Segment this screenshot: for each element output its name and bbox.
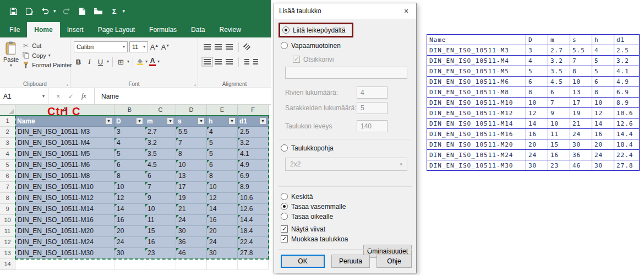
filter-button[interactable]: ▾: [259, 117, 266, 125]
sheet-cell[interactable]: 20: [207, 226, 238, 237]
radio-center[interactable]: Keskitä: [281, 192, 416, 201]
orientation-icon[interactable]: [243, 43, 250, 50]
sheet-cell[interactable]: 3.5: [145, 149, 176, 160]
sheet-cell[interactable]: 12.6: [238, 204, 269, 215]
tab-insert[interactable]: Insert: [60, 22, 91, 37]
sheet-cell[interactable]: 10: [176, 160, 207, 171]
sheet-header-cell[interactable]: D▾: [114, 116, 145, 127]
sheet-cell[interactable]: 14: [207, 204, 238, 215]
sheet-cell[interactable]: 16: [207, 215, 238, 226]
font-color-button[interactable]: A: [149, 58, 156, 66]
tab-page-layout[interactable]: Page Layout: [91, 22, 142, 37]
tab-formulas[interactable]: Formulas: [142, 22, 184, 37]
sheet-cell[interactable]: 15: [145, 226, 176, 237]
sheet-cell[interactable]: 16: [145, 237, 176, 248]
sheet-cell[interactable]: 3: [114, 127, 145, 138]
sheet-cell[interactable]: 9: [145, 193, 176, 204]
font-size-select[interactable]: 11 ▾: [129, 41, 148, 52]
sheet-header-cell[interactable]: h▾: [207, 116, 238, 127]
column-header-C[interactable]: C: [145, 105, 176, 116]
row-number[interactable]: 6: [0, 171, 15, 182]
redo-icon[interactable]: [61, 6, 72, 16]
column-header-B[interactable]: B: [114, 105, 145, 116]
italic-button[interactable]: I: [85, 57, 94, 66]
borders-button[interactable]: ⊞: [116, 58, 125, 66]
sheet-cell[interactable]: 10: [207, 182, 238, 193]
radio-align-left[interactable]: Tasaa vasemmalle: [281, 202, 416, 211]
font-name-select[interactable]: Calibri ▾: [74, 41, 128, 52]
sheet-cell[interactable]: 30: [207, 248, 238, 259]
save-icon[interactable]: [8, 6, 19, 16]
cut-button[interactable]: ✂ Cut: [22, 42, 72, 50]
sheet-cell[interactable]: 7: [176, 138, 207, 149]
sheet-cell[interactable]: 3.2: [238, 138, 269, 149]
sheet-cell[interactable]: 16: [114, 215, 145, 226]
row-number[interactable]: 1: [0, 116, 15, 127]
sheet-cell[interactable]: 8: [114, 171, 145, 182]
row-number[interactable]: 7: [0, 182, 15, 193]
sheet-cell[interactable]: 30: [176, 226, 207, 237]
paste-button[interactable]: Paste ▾: [3, 40, 19, 68]
align-middle-icon[interactable]: [215, 44, 222, 50]
filter-button[interactable]: ▾: [198, 117, 205, 125]
radio-table-template[interactable]: Taulukkopohja: [281, 144, 416, 152]
fill-color-button[interactable]: [137, 58, 144, 65]
align-left-icon[interactable]: [204, 59, 211, 64]
sheet-cell[interactable]: [145, 259, 176, 270]
sheet-cell[interactable]: DIN_EN_ISO_10511-M20: [15, 226, 114, 237]
sheet-cell[interactable]: 24: [176, 215, 207, 226]
row-number[interactable]: 2: [0, 127, 15, 138]
sheet-cell[interactable]: 23: [145, 248, 176, 259]
sheet-cell[interactable]: 19: [176, 193, 207, 204]
sheet-cell[interactable]: 11: [145, 215, 176, 226]
row-number[interactable]: 5: [0, 160, 15, 171]
tab-data[interactable]: Data: [184, 22, 212, 37]
cancel-button[interactable]: Peruuta: [331, 255, 370, 268]
row-number[interactable]: 3: [0, 138, 15, 149]
sheet-cell[interactable]: 4.5: [145, 160, 176, 171]
sheet-cell[interactable]: 17: [176, 182, 207, 193]
align-bottom-icon[interactable]: [226, 44, 233, 50]
filter-button[interactable]: ▾: [136, 117, 143, 125]
undo-icon[interactable]: [40, 6, 51, 16]
sheet-cell[interactable]: 22.4: [238, 237, 269, 248]
sheet-header-cell[interactable]: d1▾: [238, 116, 269, 127]
sheet-cell[interactable]: 2.7: [145, 127, 176, 138]
row-number[interactable]: 9: [0, 204, 15, 215]
tab-file[interactable]: File: [2, 22, 27, 37]
row-number[interactable]: 11: [0, 226, 15, 237]
sheet-cell[interactable]: DIN_EN_ISO_10511-M6: [15, 160, 114, 171]
sheet-cell[interactable]: 14.4: [238, 215, 269, 226]
name-box[interactable]: A1 ▾: [0, 88, 48, 104]
sheet-cell[interactable]: 4.1: [238, 149, 269, 160]
sheet-cell[interactable]: [114, 259, 145, 270]
sheet-cell[interactable]: 21: [176, 204, 207, 215]
sheet-cell[interactable]: 8.9: [238, 182, 269, 193]
sheet-cell[interactable]: 4.9: [238, 160, 269, 171]
filter-button[interactable]: ▾: [105, 117, 112, 125]
radio-align-right[interactable]: Tasaa oikealle: [281, 212, 416, 220]
tab-home[interactable]: Home: [27, 22, 59, 37]
sheet-cell[interactable]: DIN_EN_ISO_10511-M5: [15, 149, 114, 160]
column-header-D[interactable]: D: [176, 105, 207, 116]
column-header-E[interactable]: E: [207, 105, 238, 116]
sheet-cell[interactable]: 8: [176, 149, 207, 160]
sheet-cell[interactable]: 30: [114, 248, 145, 259]
sheet-cell[interactable]: 27.8: [238, 248, 269, 259]
sheet-cell[interactable]: [15, 259, 114, 270]
sheet-cell[interactable]: 10: [145, 204, 176, 215]
align-top-icon[interactable]: [204, 44, 211, 50]
undo-options-icon[interactable]: ▾: [53, 8, 56, 14]
row-number[interactable]: 8: [0, 193, 15, 204]
sheet-cell[interactable]: DIN_EN_ISO_10511-M12: [15, 193, 114, 204]
row-number[interactable]: 10: [0, 215, 15, 226]
autosum-icon[interactable]: Σ: [109, 6, 120, 16]
increase-indent-icon[interactable]: [253, 59, 258, 64]
sheet-header-cell[interactable]: s▾: [176, 116, 207, 127]
row-number[interactable]: 4: [0, 149, 15, 160]
checkbox-show-lines[interactable]: Näytä viivat: [281, 225, 416, 233]
sheet-cell[interactable]: 2.5: [238, 127, 269, 138]
increase-font-size-icon[interactable]: A▲: [150, 43, 159, 51]
sheet-cell[interactable]: 6: [145, 171, 176, 182]
sheet-cell[interactable]: DIN_EN_ISO_10511-M14: [15, 204, 114, 215]
